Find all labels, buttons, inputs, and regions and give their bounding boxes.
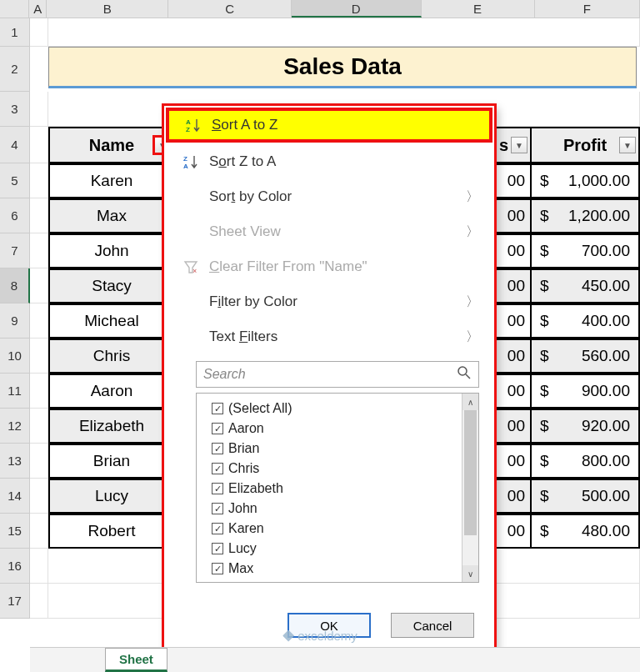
sheet-tab[interactable]: Sheet (105, 648, 168, 672)
row-header-14[interactable]: 14 (0, 479, 30, 514)
cell-name[interactable]: Micheal (50, 305, 175, 339)
scroll-down-icon[interactable]: ∨ (462, 565, 478, 582)
cell-profit[interactable]: $560.00 (532, 340, 640, 374)
filter-button-profit[interactable]: ▼ (619, 137, 636, 153)
chevron-right-icon: 〉 (466, 223, 479, 241)
cell-profit[interactable]: $400.00 (532, 305, 640, 339)
cell-name[interactable]: Elizabeth (50, 410, 175, 444)
col-header-F[interactable]: F (535, 0, 640, 18)
cell-profit[interactable]: $700.00 (532, 235, 640, 268)
row-header-12[interactable]: 12 (0, 409, 30, 444)
row-header-1[interactable]: 1 (0, 18, 30, 47)
filter-item[interactable]: ✓Chris (212, 459, 478, 479)
svg-point-5 (458, 367, 467, 375)
title-text: Sales Data (283, 53, 402, 80)
column-headers: ABCDEF (0, 0, 640, 18)
cell-profit[interactable]: $900.00 (532, 375, 640, 409)
filter-item[interactable]: ✓Karen (212, 519, 478, 539)
cell-profit[interactable]: $450.00 (532, 270, 640, 303)
row-header-10[interactable]: 10 (0, 339, 30, 374)
row-header-11[interactable]: 11 (0, 374, 30, 409)
cell-profit[interactable]: $1,000.00 (532, 165, 640, 198)
cell-name[interactable]: Lucy (50, 480, 175, 514)
checkbox-icon[interactable]: ✓ (212, 443, 223, 454)
filter-item[interactable]: ✓(Select All) (212, 399, 478, 419)
cell-profit[interactable]: $920.00 (532, 410, 640, 444)
filter-item[interactable]: ✓Max (212, 559, 478, 579)
scroll-up-icon[interactable]: ∧ (462, 394, 478, 410)
row-header-5[interactable]: 5 (0, 163, 30, 198)
svg-text:A: A (186, 118, 191, 126)
svg-line-6 (466, 374, 470, 379)
svg-text:×: × (192, 267, 197, 274)
row-header-4[interactable]: 4 (0, 127, 30, 163)
menu-sort-z-to-a[interactable]: ZA Sort Z to A (164, 144, 494, 179)
row-header-7[interactable]: 7 (0, 233, 30, 268)
menu-text-filters[interactable]: Text Filters 〉 (164, 319, 494, 354)
row-header-13[interactable]: 13 (0, 444, 30, 479)
row-header-8[interactable]: 8 (0, 268, 30, 303)
row-header-6[interactable]: 6 (0, 198, 30, 233)
sheet-tab-strip: Sheet (30, 647, 640, 672)
checkbox-icon[interactable]: ✓ (212, 463, 223, 474)
col-header-D[interactable]: D (292, 0, 422, 18)
svg-text:Z: Z (186, 126, 190, 133)
filter-button-hidden[interactable]: ▼ (511, 137, 528, 153)
row-header-9[interactable]: 9 (0, 303, 30, 339)
row-header-17[interactable]: 17 (0, 584, 30, 619)
menu-filter-by-color[interactable]: Filter by Color 〉 (164, 284, 494, 319)
row-header-3[interactable]: 3 (0, 92, 30, 127)
menu-sort-a-to-z[interactable]: AZ Sort A to Z (167, 108, 492, 142)
cell-name[interactable]: Robert (50, 515, 175, 549)
scroll-thumb[interactable] (464, 410, 477, 535)
filter-checklist[interactable]: ✓(Select All)✓Aaron✓Brian✓Chris✓Elizabet… (196, 393, 479, 583)
column-header-name[interactable]: Name ▼ (50, 128, 175, 163)
col-header-C[interactable]: C (168, 0, 292, 18)
cell-name[interactable]: Brian (50, 445, 175, 479)
watermark-logo-icon (282, 630, 294, 642)
chevron-right-icon: 〉 (466, 328, 479, 346)
sort-za-icon: ZA (179, 154, 204, 169)
filter-item[interactable]: ✓Lucy (212, 539, 478, 559)
menu-sort-by-color[interactable]: Sort by Color 〉 (164, 179, 494, 214)
select-all-corner[interactable] (0, 0, 29, 18)
cell-profit[interactable]: $1,200.00 (532, 200, 640, 233)
checkbox-icon[interactable]: ✓ (212, 483, 223, 494)
column-header-profit[interactable]: Profit ▼ (532, 128, 640, 163)
row-header-16[interactable]: 16 (0, 549, 30, 584)
filter-dropdown-panel: AZ Sort A to Z ZA Sort Z to A Sort by Co… (163, 105, 495, 650)
cell-name[interactable]: John (50, 235, 175, 268)
cell-name[interactable]: Stacy (50, 270, 175, 303)
col-header-B[interactable]: B (47, 0, 168, 18)
row-headers: 1234567891011121314151617 (0, 18, 30, 619)
svg-text:A: A (183, 163, 188, 169)
checkbox-icon[interactable]: ✓ (212, 423, 223, 434)
cell-profit[interactable]: $800.00 (532, 445, 640, 479)
col-header-A[interactable]: A (29, 0, 47, 18)
cell-name[interactable]: Karen (50, 165, 175, 198)
filter-item[interactable]: ✓John (212, 499, 478, 519)
checkbox-icon[interactable]: ✓ (212, 563, 223, 574)
cell-name[interactable]: Aaron (50, 375, 175, 409)
checklist-scrollbar[interactable]: ∧ ∨ (462, 394, 478, 582)
filter-item[interactable]: ✓Aaron (212, 419, 478, 439)
row-header-15[interactable]: 15 (0, 514, 30, 549)
filter-search-input[interactable]: Search (196, 361, 479, 388)
cancel-button[interactable]: Cancel (391, 613, 474, 638)
svg-text:Z: Z (183, 155, 188, 163)
checkbox-icon[interactable]: ✓ (212, 403, 223, 414)
cell-name[interactable]: Max (50, 200, 175, 233)
filter-item[interactable]: ✓Elizabeth (212, 479, 478, 499)
search-icon (457, 365, 472, 384)
checkbox-icon[interactable]: ✓ (212, 503, 223, 514)
row-header-2[interactable]: 2 (0, 47, 30, 92)
cell-name[interactable]: Chris (50, 340, 175, 374)
cell-profit[interactable]: $480.00 (532, 515, 640, 549)
checkbox-icon[interactable]: ✓ (212, 543, 223, 554)
col-header-E[interactable]: E (422, 0, 535, 18)
checkbox-icon[interactable]: ✓ (212, 523, 223, 534)
menu-sheet-view: Sheet View 〉 (164, 214, 494, 249)
sort-az-icon: AZ (182, 118, 207, 133)
filter-item[interactable]: ✓Brian (212, 439, 478, 459)
cell-profit[interactable]: $500.00 (532, 480, 640, 514)
